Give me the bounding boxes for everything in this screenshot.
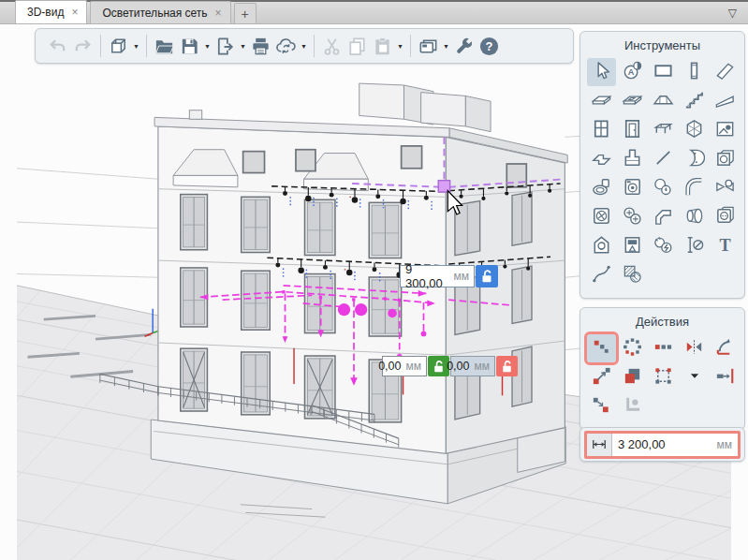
save-icon (179, 36, 200, 57)
tool-door[interactable] (618, 116, 647, 144)
window-layers-dropdown-arrow-icon[interactable]: ▼ (441, 43, 451, 50)
paste-button (370, 33, 395, 59)
tab-3d-view-label: 3D-вид (27, 6, 64, 19)
tool-duct-fittings[interactable] (680, 203, 709, 231)
view-cube-dropdown-arrow-icon[interactable]: ▼ (131, 43, 141, 50)
tool-column[interactable] (680, 58, 709, 86)
tool-stairs[interactable] (680, 87, 709, 115)
tool-duct[interactable] (649, 203, 678, 231)
tab-lighting-network[interactable]: Осветительная сеть × (90, 1, 230, 23)
tool-plate[interactable] (587, 145, 616, 173)
redo-button (70, 33, 95, 59)
action-mirror[interactable] (680, 334, 709, 362)
toolbar-separator (146, 35, 147, 57)
offset-x-input[interactable]: 0,00 мм (382, 356, 427, 376)
export-dropdown-arrow-icon[interactable]: ▼ (238, 43, 248, 50)
tool-beam[interactable] (711, 58, 740, 86)
window-layers-button[interactable] (416, 33, 441, 59)
offset-icon (622, 394, 643, 420)
building-model[interactable] (100, 83, 567, 504)
tool-dimension[interactable] (680, 232, 709, 260)
action-copy-object[interactable] (618, 363, 647, 391)
door-icon (622, 118, 643, 143)
action-linear-array[interactable] (649, 334, 678, 362)
light-fixture-icon (591, 234, 612, 259)
foundation-icon (622, 147, 643, 172)
tool-window[interactable] (587, 116, 616, 144)
lock-open-icon-red[interactable] (496, 356, 518, 376)
copy-icon (346, 36, 368, 57)
network-node-handle[interactable] (438, 181, 449, 192)
cloud-sync-button[interactable] (273, 33, 299, 59)
tool-sanitary-ware[interactable] (587, 174, 616, 202)
tool-light-fixture[interactable] (587, 232, 616, 260)
text-icon: T (714, 234, 736, 259)
tool-foundation[interactable] (618, 145, 647, 173)
actions-panel: Действия (579, 307, 745, 430)
tool-room[interactable] (680, 116, 709, 144)
tool-roof[interactable] (649, 87, 678, 115)
move-node-icon (591, 394, 612, 420)
tab-close-icon[interactable]: × (71, 7, 78, 18)
tool-socket[interactable] (711, 203, 740, 231)
tool-line[interactable] (649, 145, 678, 173)
action-rotate[interactable] (711, 334, 740, 362)
tool-floor[interactable] (587, 87, 616, 115)
window-icon (591, 118, 612, 143)
tool-text[interactable]: T (711, 232, 740, 260)
tool-assembly[interactable] (711, 145, 740, 173)
export-button[interactable] (213, 33, 238, 59)
action-move-node[interactable] (587, 392, 616, 420)
action-circular-array[interactable] (618, 334, 647, 362)
save-button[interactable] (177, 33, 202, 59)
paste-dropdown-arrow-icon[interactable]: ▼ (395, 43, 405, 50)
tool-electrical-fittings[interactable] (649, 232, 678, 260)
print-button[interactable] (248, 33, 273, 59)
tool-image[interactable] (711, 116, 740, 144)
action-move-points[interactable] (587, 334, 616, 362)
tab-close-icon[interactable]: × (215, 7, 222, 19)
circular-array-icon (622, 336, 643, 361)
new-tab-button[interactable]: + (234, 3, 257, 23)
cloud-sync-dropdown-arrow-icon[interactable]: ▼ (299, 43, 309, 50)
tool-wall[interactable] (649, 58, 678, 86)
tool-select[interactable] (587, 58, 616, 86)
tab-overflow-icon[interactable]: ▽ (728, 7, 737, 20)
socket-icon (714, 205, 736, 230)
help-button[interactable]: ? (477, 33, 502, 59)
mirror-icon (683, 336, 705, 361)
undo-icon (47, 36, 68, 57)
tool-curve[interactable] (587, 261, 616, 289)
tab-3d-view[interactable]: 3D-вид × (15, 0, 87, 23)
tool-ventilation-fittings[interactable] (618, 203, 647, 231)
tool-ramp[interactable] (711, 87, 740, 115)
save-dropdown-arrow-icon[interactable]: ▼ (202, 43, 213, 50)
view-cube-button[interactable] (106, 33, 131, 59)
open-folder-button[interactable] (152, 33, 177, 59)
action-move-to-line[interactable] (711, 363, 740, 391)
settings-wrench-button[interactable] (451, 33, 477, 59)
line-icon (653, 147, 674, 172)
tool-furniture[interactable] (649, 116, 678, 144)
tool-pipe[interactable] (680, 174, 709, 202)
action-more-options[interactable] (680, 363, 709, 391)
tool-floor-opening[interactable] (618, 87, 647, 115)
tool-ventilation-grille[interactable] (587, 203, 616, 231)
tool-pipe-fittings[interactable] (711, 174, 740, 202)
dimension-value-input[interactable]: 3 200,00 (612, 434, 717, 456)
tool-axes-grid[interactable]: A (618, 58, 647, 86)
pipe-icon (683, 176, 705, 201)
action-transform[interactable] (649, 363, 678, 391)
lock-open-icon-blue[interactable] (476, 265, 498, 287)
tool-hatch[interactable] (618, 261, 647, 289)
tool-equipment[interactable] (618, 174, 647, 202)
select-icon (591, 60, 612, 85)
tool-plumbing-fixtures[interactable] (649, 174, 678, 202)
help-icon: ? (478, 36, 500, 57)
offset-y-input[interactable]: 0,00 мм (450, 356, 495, 376)
tool-profile[interactable] (680, 145, 709, 173)
axes-grid-icon: A (622, 60, 643, 85)
action-move[interactable] (587, 363, 616, 391)
height-measure-input[interactable]: 9 300,00 мм (400, 265, 475, 287)
tool-electrical-panel[interactable] (618, 232, 647, 260)
